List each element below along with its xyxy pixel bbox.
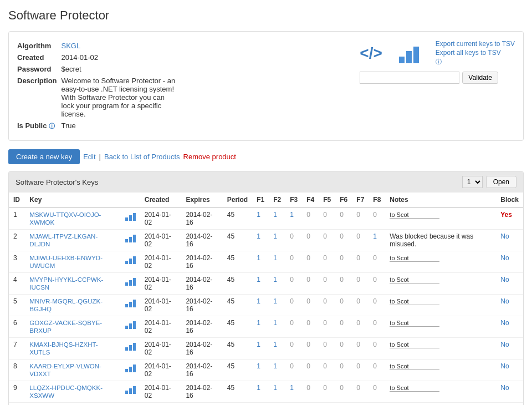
mini-bar-icon[interactable]: [125, 276, 136, 286]
cell-f8: 0: [369, 338, 385, 360]
block-value: No: [500, 297, 509, 305]
cell-notes[interactable]: [385, 381, 496, 403]
table-header-right: 1 Open: [462, 176, 516, 188]
info-left: Algorithm SKGL Created 2014-01-02 Passwo…: [17, 40, 183, 132]
cell-notes[interactable]: [385, 316, 496, 338]
key-link[interactable]: MVYPN-HYYKL-CCPWK-IUCSN: [29, 276, 103, 291]
key-link[interactable]: MNIVR-MGQRL-QGUZK-BGJHQ: [29, 298, 103, 312]
export-all-link[interactable]: Export all keys to TSV: [436, 49, 515, 57]
mini-bar-icon[interactable]: [125, 232, 136, 242]
cell-chart[interactable]: [121, 316, 140, 338]
cell-f5: 0: [319, 207, 335, 230]
cell-f8: 0: [369, 207, 385, 230]
notes-input[interactable]: [390, 276, 439, 284]
cell-f2: 1: [269, 251, 285, 273]
cell-chart[interactable]: [121, 273, 140, 295]
cell-notes[interactable]: [385, 273, 496, 295]
key-link[interactable]: MSKWU-TTQXV-OIOJO-XWMOK: [29, 211, 101, 226]
cell-notes[interactable]: [385, 360, 496, 381]
cell-notes[interactable]: [385, 295, 496, 316]
cell-created: 2014-01-02: [140, 273, 182, 295]
cell-notes[interactable]: [385, 338, 496, 360]
col-f1: F1: [252, 193, 269, 207]
key-link[interactable]: MJIWU-UEHXB-ENWYD-UWUGM: [29, 255, 103, 269]
validate-button[interactable]: Validate: [462, 72, 498, 84]
key-link[interactable]: MJAWL-ITPVZ-LKGAN-DLJDN: [29, 233, 98, 247]
page-select[interactable]: 1: [462, 176, 483, 188]
key-link[interactable]: GOXGZ-VACKE-SQBYE-BRXUP: [29, 320, 102, 334]
notes-input[interactable]: [390, 341, 439, 348]
back-link[interactable]: Back to List of Products: [104, 153, 180, 161]
mini-bar-icon[interactable]: [125, 384, 136, 394]
key-link[interactable]: LLQZX-HPDUC-QMQKK-XSXWW: [29, 384, 103, 399]
cell-notes[interactable]: Was blocked because it was misused.: [385, 230, 496, 251]
mini-bar-icon[interactable]: [125, 211, 136, 221]
remove-product-link[interactable]: Remove product: [183, 153, 236, 161]
mini-bar-icon[interactable]: [125, 297, 136, 307]
export-info-icon[interactable]: ⓘ: [436, 58, 515, 66]
cell-f2: 1: [269, 316, 285, 338]
notes-text: Was blocked because it was misused.: [390, 232, 473, 248]
cell-chart[interactable]: [121, 338, 140, 360]
cell-f2: 1: [269, 360, 285, 381]
notes-input[interactable]: [390, 320, 439, 327]
mini-bar-icon[interactable]: [125, 319, 136, 329]
cell-f5: 0: [319, 338, 335, 360]
notes-input[interactable]: [390, 384, 439, 392]
cell-f4: 0: [302, 360, 319, 381]
notes-input[interactable]: [390, 255, 439, 262]
bar-chart-icon[interactable]: [399, 43, 419, 63]
notes-input[interactable]: [390, 211, 439, 219]
password-label: Password: [17, 63, 62, 75]
notes-input[interactable]: [390, 363, 439, 370]
cell-chart[interactable]: [121, 381, 140, 403]
edit-link[interactable]: Edit: [83, 153, 95, 161]
cell-notes[interactable]: [385, 207, 496, 230]
validate-input[interactable]: [360, 72, 459, 84]
cell-f6: 0: [335, 316, 352, 338]
cell-chart[interactable]: [121, 251, 140, 273]
cell-chart[interactable]: [121, 403, 140, 406]
col-chart: [121, 193, 140, 207]
cell-notes[interactable]: [385, 251, 496, 273]
mini-bar-icon[interactable]: [125, 362, 136, 372]
is-public-info-icon[interactable]: ⓘ: [49, 123, 55, 129]
col-key: Key: [25, 193, 120, 207]
cell-chart[interactable]: [121, 230, 140, 251]
cell-chart[interactable]: [121, 295, 140, 316]
cell-f2: 1: [269, 273, 285, 295]
cell-chart[interactable]: [121, 207, 140, 230]
mini-bar-icon[interactable]: [125, 341, 136, 351]
mini-bar-icon[interactable]: [125, 254, 136, 264]
cell-f1: 1: [252, 360, 269, 381]
cell-key: MJAWL-ITPVZ-LKGAN-DLJDN: [25, 230, 120, 251]
cell-f3: 0: [285, 360, 302, 381]
password-value: $ecret: [62, 63, 183, 75]
cell-f8: 0: [369, 403, 385, 406]
cell-f2: 1: [269, 403, 285, 406]
cell-f6: 0: [335, 403, 352, 406]
cell-f6: 0: [335, 360, 352, 381]
cell-chart[interactable]: [121, 360, 140, 381]
create-key-button[interactable]: Create a new key: [8, 149, 80, 164]
cell-period: 45: [223, 403, 252, 406]
cell-f5: 0: [319, 295, 335, 316]
cell-created: 2014-01-02: [140, 230, 182, 251]
algorithm-label: Algorithm: [17, 40, 62, 52]
cell-period: 45: [223, 251, 252, 273]
cell-id: 4: [9, 273, 25, 295]
cell-f8: 1: [369, 230, 385, 251]
export-current-link[interactable]: Export current keys to TSV: [436, 40, 515, 48]
cell-notes[interactable]: [385, 403, 496, 406]
block-value: No: [500, 341, 509, 348]
block-value: No: [500, 384, 509, 392]
table-row: 2 MJAWL-ITPVZ-LKGAN-DLJDN 2014-01-02 201…: [9, 230, 523, 251]
cell-f5: 0: [319, 316, 335, 338]
notes-input[interactable]: [390, 298, 439, 305]
key-link[interactable]: KMAXI-BJHQS-HZXHT-XUTLS: [29, 341, 98, 356]
cell-f4: 0: [302, 381, 319, 403]
algorithm-value[interactable]: SKGL: [62, 42, 81, 50]
key-link[interactable]: KAARD-EYLXP-VLWON-VDXXT: [29, 363, 101, 377]
open-button[interactable]: Open: [486, 176, 516, 188]
col-f4: F4: [302, 193, 319, 207]
